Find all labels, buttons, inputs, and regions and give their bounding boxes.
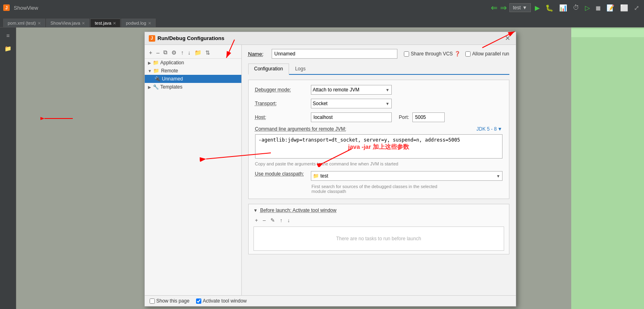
- port-label: Port:: [399, 114, 409, 120]
- tab-test-java[interactable]: test.java ✕: [90, 19, 120, 27]
- tree-item-templates[interactable]: ▶ 🔧 Templates: [145, 83, 241, 91]
- name-header-row: Name: Share through VCS ❓: [248, 49, 509, 59]
- name-input[interactable]: [272, 49, 398, 59]
- before-launch-empty-text: There are no tasks to run before launch: [336, 236, 421, 241]
- before-launch-collapse-icon[interactable]: ▼: [253, 208, 258, 213]
- share-vcs-label: Share through VCS: [411, 51, 453, 57]
- tree-item-remote[interactable]: ▼ 📁 Remote: [145, 67, 241, 75]
- navigate-back-icon[interactable]: ⇐: [491, 3, 498, 13]
- host-port-row: Host: Port:: [255, 112, 503, 122]
- share-vcs-help-icon[interactable]: ❓: [454, 51, 460, 57]
- tree-folder-icon-application: 📁: [153, 60, 159, 66]
- edit-configs-button[interactable]: 📝: [605, 2, 616, 13]
- ide-toolbar: J ShowView ⇐ ⇒ test ▼ ▶ 🐛 📊 ⏱ ▷ ◼ 📝 ⬜ ⤢: [0, 0, 644, 15]
- tab-test-close[interactable]: ✕: [113, 21, 116, 25]
- bl-down-btn[interactable]: ↓: [286, 216, 292, 224]
- tab-podwd-log[interactable]: podwd.log ✕: [121, 19, 155, 27]
- tree-label-unnamed: Unnamed: [162, 76, 183, 82]
- host-input[interactable]: [311, 112, 392, 122]
- allow-parallel-row: Allow parallel run: [465, 51, 509, 57]
- tab-logs[interactable]: Logs: [289, 63, 312, 74]
- restore-button[interactable]: ⬜: [619, 2, 630, 13]
- dialog-bottom-bar: Show this page Activate tool window: [145, 295, 516, 306]
- debugger-mode-select[interactable]: Attach to remote JVM ▼: [311, 85, 392, 95]
- project-btn[interactable]: 📁: [3, 44, 13, 53]
- tree-copy-btn[interactable]: ⧉: [162, 48, 169, 57]
- jdk-link-text: JDK 5 - 8: [477, 126, 497, 132]
- tree-arrow-templates: ▶: [148, 85, 151, 89]
- ide-title: ShowView: [14, 5, 38, 11]
- share-vcs-checkbox[interactable]: [404, 51, 409, 57]
- module-classpath-section: Use module classpath: 📁 test ▼: [255, 171, 503, 194]
- tree-folder-btn[interactable]: 📁: [193, 49, 203, 57]
- allow-parallel-checkbox[interactable]: [465, 51, 471, 57]
- module-classpath-select[interactable]: 📁 test ▼: [311, 171, 503, 181]
- port-input[interactable]: [412, 112, 445, 122]
- show-page-row: Show this page: [150, 298, 190, 304]
- maximize-button[interactable]: ⤢: [632, 2, 641, 13]
- tree-sort-btn[interactable]: ⇅: [204, 49, 211, 57]
- tab-configuration[interactable]: Configuration: [248, 63, 289, 75]
- tab-podwd-close[interactable]: ✕: [148, 21, 151, 25]
- run-config-selector[interactable]: test ▼: [509, 3, 531, 12]
- app-logo: J: [3, 4, 10, 11]
- module-hint-text: First search for sources of the debugged…: [312, 184, 437, 194]
- tree-item-unnamed[interactable]: 🔌 Unnamed: [145, 75, 241, 83]
- tab-podwd-label: podwd.log: [126, 21, 146, 25]
- tab-showview-label: ShowView.java: [51, 21, 80, 25]
- show-page-checkbox[interactable]: [150, 298, 155, 304]
- tab-pom-xml[interactable]: pom.xml (test) ✕: [3, 19, 45, 27]
- tree-up-btn[interactable]: ↑: [179, 49, 185, 57]
- dialog-title-row: J Run/Debug Configurations: [149, 35, 224, 42]
- tree-settings-btn[interactable]: ⚙: [170, 49, 178, 57]
- jdk-link[interactable]: JDK 5 - 8 ▼: [477, 126, 503, 132]
- name-field-label: Name:: [248, 51, 268, 57]
- tab-showview-java[interactable]: ShowView.java ✕: [46, 19, 90, 27]
- bl-edit-btn[interactable]: ✎: [269, 216, 277, 224]
- transport-row: Transport: Socket ▼: [255, 99, 503, 108]
- debugger-mode-arrow: ▼: [386, 88, 390, 92]
- tab-showview-close[interactable]: ✕: [82, 21, 85, 25]
- config-tabs: Configuration Logs: [248, 63, 509, 75]
- dialog-title-text: Run/Debug Configurations: [158, 35, 224, 41]
- bl-remove-btn[interactable]: –: [261, 216, 267, 224]
- bl-up-btn[interactable]: ↑: [278, 216, 284, 224]
- tree-remove-btn[interactable]: –: [155, 49, 161, 57]
- before-launch-toolbar: + – ✎ ↑ ↓: [253, 216, 504, 224]
- activate-window-checkbox[interactable]: [196, 298, 201, 304]
- run-debug-dialog: J Run/Debug Configurations ✕ + – ⧉ ⚙: [144, 32, 516, 307]
- cmd-header: Command line arguments for remote JVM: J…: [255, 126, 503, 132]
- transport-select[interactable]: Socket ▼: [311, 99, 392, 108]
- dialog-body: + – ⧉ ⚙ ↑ ↓ 📁 ⇅ ▶ 📁: [145, 45, 516, 295]
- debug-button[interactable]: 🐛: [544, 2, 555, 13]
- run-config-arrow: ▼: [522, 5, 527, 11]
- bl-add-btn[interactable]: +: [253, 216, 260, 224]
- tree-down-btn[interactable]: ↓: [186, 49, 192, 57]
- cmd-hint-text: Copy and paste the arguments to the comm…: [255, 161, 503, 166]
- dialog-logo: J: [149, 35, 155, 42]
- tab-logs-label: Logs: [295, 66, 306, 72]
- allow-parallel-label: Allow parallel run: [472, 51, 509, 57]
- tab-pom-close[interactable]: ✕: [38, 21, 41, 25]
- tree-add-btn[interactable]: +: [148, 49, 154, 57]
- tree-item-application[interactable]: ▶ 📁 Application: [145, 59, 241, 67]
- profiler-button[interactable]: ⏱: [571, 2, 581, 13]
- dialog-overlay: J Run/Debug Configurations ✕ + – ⧉ ⚙: [16, 28, 644, 309]
- dialog-close-btn[interactable]: ✕: [503, 34, 512, 42]
- coverage-button[interactable]: 📊: [557, 2, 569, 13]
- navigate-forward-icon[interactable]: ⇒: [500, 3, 507, 13]
- run-button[interactable]: ▶: [533, 2, 541, 13]
- tree-toolbar: + – ⧉ ⚙ ↑ ↓ 📁 ⇅: [145, 47, 241, 59]
- module-classpath-arrow: ▼: [496, 174, 500, 178]
- cmd-args-textarea[interactable]: -agentlib:jdwp=transport=dt_socket, serv…: [255, 134, 503, 159]
- module-folder-icon: 📁: [313, 173, 319, 179]
- resume-button[interactable]: ▷: [583, 2, 591, 13]
- debugger-mode-row: Debugger mode: Attach to remote JVM ▼: [255, 85, 503, 95]
- module-classpath-hint: First search for sources of the debugged…: [312, 184, 503, 194]
- top-right-toolbar: ⇐ ⇒ test ▼ ▶ 🐛 📊 ⏱ ▷ ◼ 📝 ⬜ ⤢: [488, 0, 644, 15]
- tree-label-application: Application: [160, 60, 184, 66]
- sidebar-toggle-btn[interactable]: ≡: [4, 31, 11, 40]
- tree-wrench-icon: 🔧: [153, 84, 159, 90]
- stop-button[interactable]: ◼: [594, 2, 602, 13]
- before-launch-empty-msg: There are no tasks to run before launch: [253, 226, 504, 251]
